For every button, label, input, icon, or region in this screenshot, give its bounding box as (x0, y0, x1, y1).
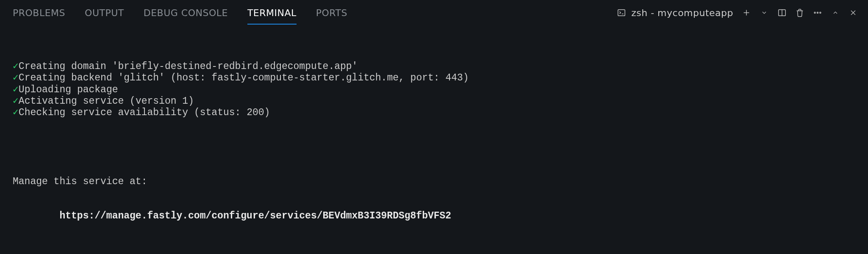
svg-point-4 (820, 12, 821, 14)
deploy-step: ✓ Activating service (version 1) (13, 96, 855, 107)
kill-terminal-button[interactable] (795, 8, 804, 17)
deploy-step-text: Activating service (version 1) (19, 96, 194, 107)
deploy-step: ✓ Creating domain 'briefly-destined-redb… (13, 61, 855, 72)
terminal-selector[interactable]: zsh - mycomputeapp (617, 8, 733, 18)
deploy-step-text: Creating domain 'briefly-destined-redbir… (19, 61, 358, 72)
tab-terminal[interactable]: TERMINAL (247, 0, 297, 25)
panel-right-actions: zsh - mycomputeapp (617, 8, 858, 18)
svg-rect-0 (618, 10, 625, 16)
svg-point-2 (814, 12, 815, 14)
terminal-profile-chevron-icon[interactable] (760, 8, 769, 17)
deploy-step-text: Uploading package (19, 84, 118, 96)
deploy-step: ✓ Uploading package (13, 84, 855, 96)
close-panel-button[interactable] (849, 8, 858, 17)
deploy-step-text: Checking service availability (status: 2… (19, 107, 270, 119)
check-icon: ✓ (13, 72, 19, 84)
new-terminal-button[interactable] (742, 8, 751, 17)
more-actions-button[interactable] (813, 8, 822, 17)
deploy-steps: ✓ Creating domain 'briefly-destined-redb… (13, 61, 855, 119)
panel-tabs: PROBLEMS OUTPUT DEBUG CONSOLE TERMINAL P… (13, 0, 347, 25)
split-terminal-button[interactable] (777, 8, 787, 17)
check-icon: ✓ (13, 107, 19, 119)
check-icon: ✓ (13, 96, 19, 107)
tab-ports[interactable]: PORTS (316, 0, 347, 25)
manage-label: Manage this service at: (13, 176, 855, 188)
blank-line (13, 245, 855, 254)
svg-point-3 (817, 12, 818, 14)
tab-problems[interactable]: PROBLEMS (13, 0, 65, 25)
check-icon: ✓ (13, 61, 19, 72)
deploy-step: ✓ Checking service availability (status:… (13, 107, 855, 119)
panel-tab-bar: PROBLEMS OUTPUT DEBUG CONSOLE TERMINAL P… (0, 0, 868, 25)
hide-panel-button[interactable] (831, 8, 840, 17)
manage-url-line: https://manage.fastly.com/configure/serv… (13, 210, 855, 222)
deploy-step: ✓ Creating backend 'glitch' (host: fastl… (13, 72, 855, 84)
blank-line (13, 141, 855, 153)
check-icon: ✓ (13, 84, 19, 96)
manage-url: https://manage.fastly.com/configure/serv… (59, 210, 451, 221)
deploy-step-text: Creating backend 'glitch' (host: fastly-… (19, 72, 469, 84)
terminal-output[interactable]: ✓ Creating domain 'briefly-destined-redb… (0, 25, 868, 254)
tab-output[interactable]: OUTPUT (85, 0, 124, 25)
terminal-selector-label: zsh - mycomputeapp (631, 8, 733, 18)
terminal-prompt-icon (617, 8, 626, 17)
tab-debug-console[interactable]: DEBUG CONSOLE (144, 0, 228, 25)
